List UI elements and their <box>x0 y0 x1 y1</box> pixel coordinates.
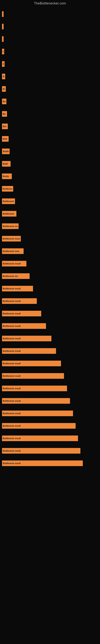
bar-row: Bottleneck result <box>2 358 100 370</box>
bar-row: B <box>2 58 100 70</box>
bar-row: Bottle <box>2 145 100 158</box>
bar-18: Bottleneck resul <box>2 224 19 229</box>
bar-label-11: Bott <box>3 138 7 140</box>
bar-row <box>2 8 100 20</box>
bars-container: BBBBoBoBoBoBotBottBottleBottlBottleBottl… <box>0 6 100 470</box>
bar-label-4: B <box>3 50 3 53</box>
bar-label-8: Bo <box>3 100 6 103</box>
bar-row: Bottl <box>2 158 100 170</box>
bar-12: Bottle <box>2 148 10 154</box>
bar-row: Bottlenec <box>2 183 100 195</box>
bar-label-31: Bottleneck result <box>3 387 21 390</box>
bar-row: Bo <box>2 96 100 108</box>
bar-label-19: Bottleneck result <box>3 238 20 240</box>
bar-label-9: Bo <box>3 113 6 115</box>
bar-row: Bottleneck result <box>2 345 100 357</box>
bar-row: Bottleneck result <box>2 382 100 394</box>
bar-row: Bottleneck result <box>2 295 100 307</box>
bar-13: Bottl <box>2 161 11 167</box>
bar-label-36: Bottleneck result <box>3 450 21 452</box>
bar-label-26: Bottleneck result <box>3 325 21 327</box>
bar-17: Bottleneck <box>2 211 16 216</box>
bar-4: B <box>2 49 4 54</box>
bar-label-20: Bottleneck resu <box>3 250 19 252</box>
bar-28: Bottleneck result <box>2 348 56 354</box>
bar-row: Bo <box>2 70 100 82</box>
bar-row: Bottleneck result <box>2 282 100 295</box>
bar-26: Bottleneck result <box>2 323 46 329</box>
bar-row: Bottleneck result <box>2 395 100 407</box>
bar-row: Bot <box>2 120 100 132</box>
bar-6: Bo <box>2 74 5 79</box>
bar-row: Bottleneck result <box>2 420 100 432</box>
bar-row: Bottleneck result <box>2 445 100 457</box>
bar-36: Bottleneck result <box>2 448 80 454</box>
bar-row: Bottleneck result <box>2 407 100 420</box>
bar-row: Bottleneck result <box>2 233 100 245</box>
bar-row: Bott <box>2 133 100 145</box>
bar-15: Bottlenec <box>2 186 13 192</box>
bar-row: Bottleneck resul <box>2 220 100 232</box>
bar-row: Bottleneck result <box>2 308 100 320</box>
bar-label-6: Bo <box>3 75 4 78</box>
bar-24: Bottleneck result <box>2 298 37 304</box>
bar-label-28: Bottleneck result <box>3 350 21 352</box>
bar-label-30: Bottleneck result <box>3 375 21 377</box>
bar-label-15: Bottlenec <box>3 188 12 190</box>
bar-row: Bottleneck result <box>2 332 100 344</box>
bar-2 <box>2 24 3 30</box>
bar-25: Bottleneck result <box>2 311 41 316</box>
bar-label-16: Bottleneck res <box>3 200 14 202</box>
bar-33: Bottleneck result <box>2 410 73 416</box>
bar-14: Bottle <box>2 174 12 179</box>
bar-21: Bottleneck result <box>2 261 26 266</box>
site-title: TheBottlenecker.com <box>0 0 100 6</box>
bar-row: B <box>2 33 100 45</box>
bar-label-14: Bottle <box>3 175 9 178</box>
bar-label-34: Bottleneck result <box>3 425 21 427</box>
bar-row: Bottleneck resu <box>2 245 100 257</box>
bar-row: Bottleneck <box>2 208 100 220</box>
bar-10: Bot <box>2 124 8 129</box>
bar-27: Bottleneck result <box>2 336 51 341</box>
bar-row: Bo <box>2 83 100 95</box>
bar-label-10: Bot <box>3 125 6 128</box>
bar-label-22: Bottleneck res <box>3 275 18 277</box>
bar-3: B <box>2 36 3 42</box>
bar-label-27: Bottleneck result <box>3 337 21 340</box>
bar-7: Bo <box>2 86 6 92</box>
bar-29: Bottleneck result <box>2 361 61 366</box>
bar-11: Bott <box>2 136 9 142</box>
bar-31: Bottleneck result <box>2 386 67 391</box>
bar-22: Bottleneck res <box>2 273 30 279</box>
bar-row: Bottle <box>2 170 100 182</box>
bar-row: Bottleneck res <box>2 270 100 282</box>
bar-label-37: Bottleneck result <box>3 462 21 464</box>
bar-8: Bo <box>2 98 6 104</box>
bar-row: Bottleneck res <box>2 195 100 207</box>
bar-30: Bottleneck result <box>2 373 64 379</box>
bar-19: Bottleneck result <box>2 236 21 242</box>
bar-34: Bottleneck result <box>2 423 76 429</box>
bar-37: Bottleneck result <box>2 460 83 466</box>
bar-label-17: Bottleneck <box>3 212 14 215</box>
bar-label-21: Bottleneck result <box>3 262 21 265</box>
bar-label-32: Bottleneck result <box>3 400 21 402</box>
bar-9: Bo <box>2 111 7 117</box>
bar-label-25: Bottleneck result <box>3 312 21 315</box>
bar-23: Bottleneck result <box>2 286 33 292</box>
bar-label-13: Bottl <box>3 162 8 165</box>
bar-row <box>2 20 100 32</box>
bar-16: Bottleneck res <box>2 198 15 204</box>
bar-label-12: Bottle <box>3 150 9 152</box>
bar-label-35: Bottleneck result <box>3 437 21 440</box>
bar-row: Bottleneck result <box>2 457 100 469</box>
bar-label-7: Bo <box>3 88 5 90</box>
bar-35: Bottleneck result <box>2 436 78 441</box>
bar-label-29: Bottleneck result <box>3 362 21 365</box>
bar-row: Bottleneck result <box>2 320 100 332</box>
bar-row: B <box>2 46 100 58</box>
bar-5: B <box>2 61 4 67</box>
bar-label-5: B <box>3 63 4 65</box>
bar-label-24: Bottleneck result <box>3 300 21 302</box>
